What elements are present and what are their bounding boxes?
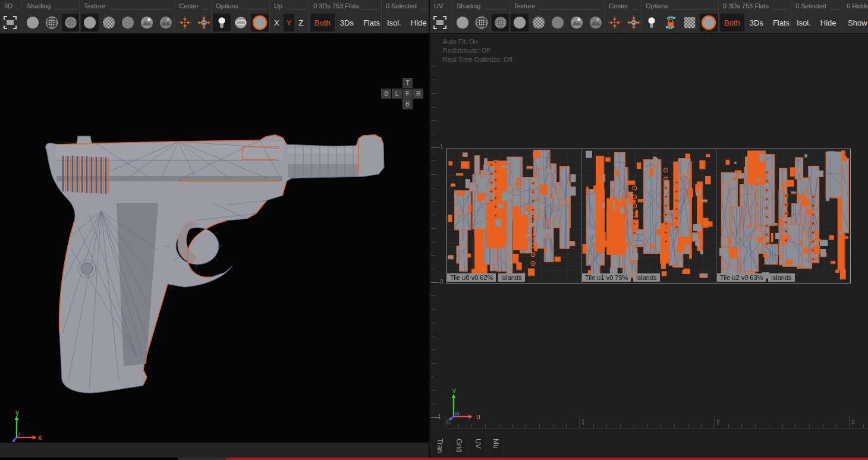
center-label: Center	[179, 2, 199, 10]
up-z-button[interactable]: Z	[295, 14, 306, 31]
bottom-strip-gray	[178, 458, 226, 460]
ruler-u-3: 3	[851, 419, 855, 426]
uv-islands-canvas[interactable]	[446, 149, 851, 283]
filter-3ds-button[interactable]: 3Ds	[746, 14, 768, 31]
group-shading-uv: Shading	[452, 0, 509, 33]
tab-mu[interactable]: Mu	[489, 436, 502, 460]
sphere-wire-icon[interactable]	[473, 14, 490, 31]
view-front-button[interactable]: F	[402, 89, 413, 99]
filter-flats-button[interactable]: Flats	[769, 14, 794, 31]
center-pixel-icon[interactable]	[606, 14, 624, 31]
hide-button[interactable]: Hide	[407, 14, 429, 31]
viewport-3d[interactable]: T B L F R B y x z	[0, 34, 429, 442]
view-back-button[interactable]: B	[381, 89, 391, 99]
group-counts-3d: 0 3Ds 753 Flats Both 3Ds Flats	[309, 0, 381, 33]
hide-button[interactable]: Hide	[816, 14, 841, 31]
tile-label: Tile u1 v0 75%	[582, 273, 631, 282]
view-top-button[interactable]: T	[402, 78, 413, 88]
texture-checker-dim-icon[interactable]	[549, 14, 567, 31]
texture-label: Texture	[84, 2, 105, 10]
center-sphere-icon[interactable]	[625, 14, 643, 31]
islands-badge: islands	[633, 273, 659, 282]
texture-plain-icon[interactable]	[511, 14, 529, 31]
group-options-3d: Options	[211, 0, 269, 33]
group-shading-3d: Shading	[22, 0, 79, 33]
viewport-uv[interactable]: Auto Fit: On Redistribute: Off Real Time…	[430, 34, 868, 460]
group-up-axis: Up X Y Z	[269, 0, 309, 33]
isolate-button[interactable]: Isol.	[383, 14, 405, 31]
view-left-button[interactable]: L	[392, 89, 402, 99]
ruler-u-2: 2	[716, 419, 720, 426]
rotate-lock-icon[interactable]	[662, 14, 680, 31]
group-3d: 3D	[0, 0, 22, 33]
selected-label: 0 Selected	[386, 2, 417, 10]
bottom-strip-black	[0, 458, 178, 460]
tile-u1-labels: Tile u1 v0 75% islands	[582, 273, 660, 282]
tab-grid[interactable]: Grid	[452, 436, 466, 460]
frame-select-icon[interactable]	[431, 14, 449, 31]
texture-checker-icon[interactable]	[530, 14, 548, 31]
view-right-button[interactable]: R	[413, 89, 423, 99]
center-label: Center	[609, 2, 628, 10]
orientation-cube-gizmo: T B L F R B	[381, 78, 424, 110]
boundary-circle-icon[interactable]	[251, 14, 269, 31]
viewport-3d-bottom-strip	[0, 442, 429, 458]
texture-image-alt-icon[interactable]	[587, 14, 605, 31]
ruler-v-1: 1	[440, 144, 444, 150]
center-pixel-icon[interactable]	[176, 14, 194, 31]
filter-both-button[interactable]: Both	[720, 14, 744, 31]
group-selected-3d: 0 Selected Isol. Hide	[381, 0, 429, 33]
texture-checker-dim-icon[interactable]	[119, 14, 137, 31]
islands-badge: islands	[768, 273, 794, 282]
texture-image-alt-icon[interactable]	[157, 14, 175, 31]
realtime-optimize-status: Real Time Optimize: Off	[443, 55, 512, 64]
texture-plain-icon[interactable]	[81, 14, 99, 31]
ruler-v-0: 0	[440, 279, 444, 285]
filter-3ds-button[interactable]: 3Ds	[336, 14, 358, 31]
islands-badge: islands	[498, 273, 524, 282]
sphere-shaded-wire-icon[interactable]	[492, 14, 510, 31]
show-button[interactable]: Show	[844, 14, 868, 31]
pistol-3d-model	[0, 34, 429, 442]
center-sphere-icon[interactable]	[195, 14, 213, 31]
selected-label: 0 Selected	[795, 2, 826, 10]
boundary-circle-icon[interactable]	[700, 14, 718, 31]
sphere-solid-icon[interactable]	[454, 14, 471, 31]
tile-u2-labels: Tile u2 v0 63% islands	[717, 273, 795, 282]
bulb-icon[interactable]	[643, 14, 661, 31]
texture-image-icon[interactable]	[568, 14, 586, 31]
autofit-status: Auto Fit: On	[443, 37, 512, 46]
sphere-wire-icon[interactable]	[43, 14, 61, 31]
grid-icon[interactable]	[681, 14, 699, 31]
group-counts-uv: 0 3Ds 753 Flats Both 3Ds Flats	[718, 0, 791, 33]
sphere-shaded-wire-icon[interactable]	[62, 14, 80, 31]
axis-u-label: u	[476, 412, 480, 421]
filter-both-button[interactable]: Both	[310, 14, 335, 31]
isolate-button[interactable]: Isol.	[792, 14, 815, 31]
options-label: Options	[646, 2, 668, 10]
up-x-button[interactable]: X	[271, 14, 282, 31]
texture-label: Texture	[514, 2, 535, 10]
axis-x-label: x	[38, 433, 42, 442]
tile-label: Tile u0 v0 62%	[447, 273, 496, 282]
filter-flats-button[interactable]: Flats	[359, 14, 384, 31]
sphere-solid-icon[interactable]	[24, 14, 42, 31]
axis-v-label: v	[452, 387, 456, 395]
hidden-label: 0 Hidden	[847, 2, 868, 10]
bulb-icon[interactable]	[213, 14, 231, 31]
ruler-u-1: 1	[581, 419, 585, 426]
backface-sphere-icon[interactable]	[232, 14, 250, 31]
tab-transform[interactable]: Tran	[433, 436, 446, 460]
tile-u0-labels: Tile u0 v0 62% islands	[447, 273, 525, 282]
up-label: Up	[274, 2, 282, 10]
tab-uv[interactable]: UV	[471, 436, 485, 460]
frame-select-icon[interactable]	[1, 14, 19, 31]
texture-image-icon[interactable]	[138, 14, 156, 31]
rizomuv-window: 3D	[0, 0, 868, 460]
view-bottom-button[interactable]: B	[402, 99, 413, 109]
group-selected-uv: 0 Selected Isol. Hide	[791, 0, 842, 33]
group-texture-uv: Texture	[509, 0, 604, 33]
texture-checker-icon[interactable]	[100, 14, 118, 31]
up-y-button[interactable]: Y	[284, 14, 295, 31]
counts-label: 0 3Ds 753 Flats	[723, 2, 769, 10]
